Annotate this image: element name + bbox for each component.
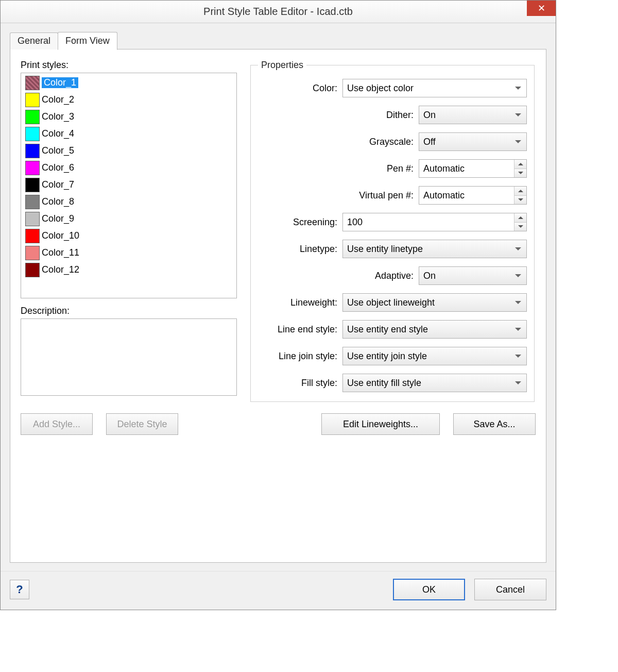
color-swatch-icon: [25, 263, 40, 277]
list-item[interactable]: Color_5: [21, 142, 236, 159]
pen-spinner[interactable]: Automatic: [419, 159, 527, 178]
delete-style-button[interactable]: Delete Style: [106, 413, 178, 435]
list-item[interactable]: Color_1: [21, 74, 236, 91]
virtual-pen-value: Automatic: [423, 190, 465, 201]
cancel-button[interactable]: Cancel: [474, 579, 546, 600]
list-item-label: Color_12: [42, 264, 79, 275]
color-label: Color:: [258, 83, 337, 94]
edit-lineweights-button[interactable]: Edit Lineweights...: [321, 413, 440, 435]
list-item-label: Color_10: [42, 230, 79, 241]
list-item[interactable]: Color_8: [21, 193, 236, 210]
pen-spin-up[interactable]: [514, 160, 526, 169]
virtual-pen-spinner[interactable]: Automatic: [419, 186, 527, 205]
adaptive-label: Adaptive:: [258, 271, 414, 281]
color-swatch-icon: [25, 161, 40, 175]
close-icon: ✕: [538, 4, 545, 13]
list-item-label: Color_11: [42, 247, 79, 258]
ok-button[interactable]: OK: [393, 579, 465, 600]
list-item-label: Color_7: [42, 179, 74, 190]
grayscale-value: Off: [423, 137, 436, 147]
list-item[interactable]: Color_10: [21, 227, 236, 244]
tab-panel-form-view: Print styles: Color_1Color_2Color_3Color…: [10, 49, 546, 563]
line-end-dropdown[interactable]: Use entity end style: [342, 320, 527, 339]
virtual-pen-label: Virtual pen #:: [258, 190, 414, 201]
list-item[interactable]: Color_4: [21, 125, 236, 142]
list-item-label: Color_5: [42, 145, 74, 156]
fill-value: Use entity fill style: [347, 378, 421, 389]
description-input[interactable]: [21, 318, 237, 396]
add-style-button[interactable]: Add Style...: [21, 413, 93, 435]
color-swatch-icon: [25, 246, 40, 260]
help-button[interactable]: ?: [10, 580, 29, 599]
color-swatch-icon: [25, 76, 40, 90]
grayscale-label: Grayscale:: [258, 137, 414, 147]
list-item[interactable]: Color_9: [21, 210, 236, 227]
list-item-label: Color_6: [42, 162, 74, 173]
color-value: Use object color: [347, 83, 414, 94]
list-item-label: Color_4: [42, 128, 74, 139]
virtual-pen-spin-up[interactable]: [514, 187, 526, 195]
print-styles-label: Print styles:: [21, 60, 237, 71]
line-join-label: Line join style:: [258, 351, 337, 362]
lineweight-dropdown[interactable]: Use object lineweight: [342, 293, 527, 312]
list-item-label: Color_1: [42, 77, 78, 88]
color-swatch-icon: [25, 144, 40, 158]
dither-dropdown[interactable]: On: [419, 106, 527, 124]
color-swatch-icon: [25, 229, 40, 243]
dither-value: On: [423, 110, 436, 121]
lineweight-label: Lineweight:: [258, 297, 337, 308]
linetype-label: Linetype:: [258, 244, 337, 255]
adaptive-dropdown[interactable]: On: [419, 266, 527, 285]
chevron-up-icon: [518, 190, 523, 192]
dither-label: Dither:: [258, 110, 414, 121]
line-join-value: Use entity join style: [347, 351, 427, 362]
list-item[interactable]: Color_3: [21, 108, 236, 125]
line-end-value: Use entity end style: [347, 324, 428, 335]
color-swatch-icon: [25, 110, 40, 124]
linetype-value: Use entity linetype: [347, 244, 423, 255]
list-item[interactable]: Color_6: [21, 159, 236, 176]
save-as-button[interactable]: Save As...: [453, 413, 536, 435]
color-swatch-icon: [25, 178, 40, 192]
line-join-dropdown[interactable]: Use entity join style: [342, 347, 527, 365]
color-swatch-icon: [25, 212, 40, 226]
properties-legend: Properties: [258, 60, 306, 71]
list-item-label: Color_2: [42, 94, 74, 105]
screening-label: Screening:: [258, 217, 337, 228]
list-item[interactable]: Color_11: [21, 244, 236, 261]
pen-label: Pen #:: [258, 163, 414, 174]
linetype-dropdown[interactable]: Use entity linetype: [342, 240, 527, 258]
list-item[interactable]: Color_12: [21, 261, 236, 278]
list-item[interactable]: Color_7: [21, 176, 236, 193]
chevron-down-icon: [518, 172, 523, 174]
titlebar: Print Style Table Editor - Icad.ctb ✕: [1, 1, 556, 23]
screening-value: 100: [347, 217, 363, 228]
client-area: General Form View Print styles: Color_1C…: [1, 23, 556, 571]
tab-general[interactable]: General: [10, 32, 58, 49]
fill-label: Fill style:: [258, 378, 337, 389]
lineweight-value: Use object lineweight: [347, 297, 435, 308]
list-item[interactable]: Color_2: [21, 91, 236, 108]
chevron-up-icon: [518, 216, 523, 219]
color-swatch-icon: [25, 127, 40, 141]
tab-form-view[interactable]: Form View: [58, 32, 117, 50]
screening-spinner[interactable]: 100: [342, 213, 527, 231]
virtual-pen-spin-down[interactable]: [514, 195, 526, 205]
color-dropdown[interactable]: Use object color: [342, 79, 527, 97]
color-swatch-icon: [25, 93, 40, 107]
list-item-label: Color_9: [42, 213, 74, 224]
help-icon: ?: [16, 583, 23, 596]
color-swatch-icon: [25, 195, 40, 209]
description-label: Description:: [21, 306, 237, 316]
pen-spin-down[interactable]: [514, 169, 526, 178]
window-title: Print Style Table Editor - Icad.ctb: [203, 6, 353, 18]
list-item-label: Color_8: [42, 196, 74, 207]
screening-spin-down[interactable]: [514, 222, 526, 231]
grayscale-dropdown[interactable]: Off: [419, 132, 527, 151]
fill-dropdown[interactable]: Use entity fill style: [342, 374, 527, 392]
print-styles-listbox[interactable]: Color_1Color_2Color_3Color_4Color_5Color…: [21, 73, 237, 298]
close-button[interactable]: ✕: [527, 1, 556, 16]
screening-spin-up[interactable]: [514, 213, 526, 222]
chevron-up-icon: [518, 163, 523, 165]
chevron-down-icon: [518, 198, 523, 201]
